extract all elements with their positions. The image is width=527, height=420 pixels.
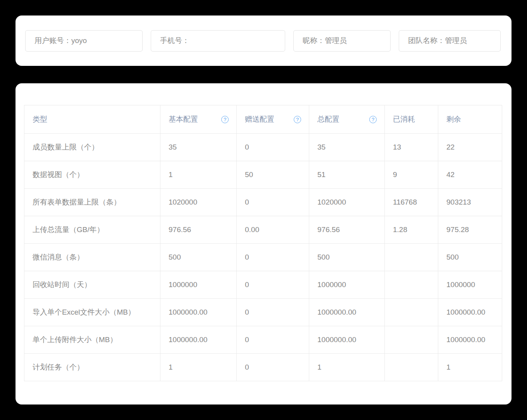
cell-consumed — [385, 299, 438, 326]
cell-type: 所有表单数据量上限（条） — [24, 189, 160, 216]
cell-type: 计划任务（个） — [24, 354, 160, 381]
cell-remaining: 1 — [438, 354, 502, 381]
user-account-label: 用户账号： — [34, 36, 71, 46]
user-account-field[interactable]: 用户账号：yoyo — [25, 30, 143, 52]
table-row: 上传总流量（GB/年） 976.56 0.00 976.56 1.28 975.… — [24, 216, 502, 244]
cell-total: 35 — [309, 134, 385, 161]
column-header-label: 总配置 — [317, 114, 339, 124]
cell-total: 1020000 — [309, 189, 385, 216]
cell-basic: 35 — [160, 134, 237, 161]
cell-consumed: 9 — [385, 161, 438, 189]
column-header-gift-config: 赠送配置 ? — [237, 105, 309, 134]
profile-card: 用户账号：yoyo 手机号： 昵称：管理员 团队名称：管理员 — [16, 15, 512, 66]
column-header-label: 赠送配置 — [245, 114, 274, 124]
cell-gift: 0.00 — [237, 216, 309, 244]
column-header-type: 类型 — [24, 105, 160, 134]
column-header-total-config: 总配置 ? — [309, 105, 385, 134]
cell-consumed — [385, 354, 438, 381]
cell-total: 976.56 — [309, 216, 385, 244]
column-header-basic-config: 基本配置 ? — [160, 105, 237, 134]
cell-type: 单个上传附件大小（MB） — [24, 326, 160, 354]
column-header-remaining: 剩余 — [438, 105, 502, 134]
cell-basic: 1000000 — [160, 271, 237, 299]
cell-total: 500 — [309, 244, 385, 271]
cell-type: 数据视图（个） — [24, 161, 160, 189]
cell-basic: 1020000 — [160, 189, 237, 216]
nickname-label: 昵称： — [303, 36, 325, 46]
team-name-value: 管理员 — [445, 36, 467, 46]
cell-basic: 1000000.00 — [160, 299, 237, 326]
table-row: 单个上传附件大小（MB） 1000000.00 0 1000000.00 100… — [24, 326, 502, 354]
cell-remaining: 22 — [438, 134, 502, 161]
cell-consumed — [385, 271, 438, 299]
cell-remaining: 1000000.00 — [438, 299, 502, 326]
team-name-label: 团队名称： — [408, 36, 445, 46]
cell-basic: 976.56 — [160, 216, 237, 244]
cell-basic: 1 — [160, 161, 237, 189]
cell-gift: 0 — [237, 244, 309, 271]
column-header-label: 类型 — [33, 115, 47, 123]
cell-type: 导入单个Excel文件大小（MB） — [24, 299, 160, 326]
cell-consumed: 13 — [385, 134, 438, 161]
cell-remaining: 1000000.00 — [438, 326, 502, 354]
cell-remaining: 903213 — [438, 189, 502, 216]
table-header-row: 类型 基本配置 ? 赠送配置 ? 总配置 — [24, 105, 502, 134]
cell-consumed — [385, 244, 438, 271]
cell-remaining: 1000000 — [438, 271, 502, 299]
user-account-value: yoyo — [71, 36, 87, 45]
table-row: 成员数量上限（个） 35 0 35 13 22 — [24, 134, 502, 161]
quota-table: 类型 基本配置 ? 赠送配置 ? 总配置 — [24, 105, 502, 381]
quota-table-card: 类型 基本配置 ? 赠送配置 ? 总配置 — [16, 83, 512, 405]
cell-remaining: 500 — [438, 244, 502, 271]
table-row: 计划任务（个） 1 0 1 1 — [24, 354, 502, 381]
cell-gift: 0 — [237, 189, 309, 216]
help-icon[interactable]: ? — [369, 116, 377, 123]
cell-type: 成员数量上限（个） — [24, 134, 160, 161]
cell-type: 微信消息（条） — [24, 244, 160, 271]
cell-type: 回收站时间（天） — [24, 271, 160, 299]
help-icon[interactable]: ? — [294, 116, 301, 123]
column-header-label: 已消耗 — [393, 115, 415, 123]
column-header-consumed: 已消耗 — [385, 105, 438, 134]
cell-total: 51 — [309, 161, 385, 189]
phone-field[interactable]: 手机号： — [151, 30, 285, 52]
table-row: 导入单个Excel文件大小（MB） 1000000.00 0 1000000.0… — [24, 299, 502, 326]
column-header-label: 剩余 — [446, 115, 461, 123]
column-header-label: 基本配置 — [169, 114, 198, 124]
phone-label: 手机号： — [160, 36, 189, 46]
cell-basic: 500 — [160, 244, 237, 271]
cell-consumed: 116768 — [385, 189, 438, 216]
cell-type: 上传总流量（GB/年） — [24, 216, 160, 244]
cell-gift: 0 — [237, 271, 309, 299]
cell-basic: 1 — [160, 354, 237, 381]
cell-remaining: 975.28 — [438, 216, 502, 244]
team-name-field[interactable]: 团队名称：管理员 — [399, 30, 501, 52]
cell-gift: 0 — [237, 299, 309, 326]
cell-consumed — [385, 326, 438, 354]
table-row: 微信消息（条） 500 0 500 500 — [24, 244, 502, 271]
table-row: 数据视图（个） 1 50 51 9 42 — [24, 161, 502, 189]
cell-remaining: 42 — [438, 161, 502, 189]
cell-total: 1 — [309, 354, 385, 381]
table-row: 回收站时间（天） 1000000 0 1000000 1000000 — [24, 271, 502, 299]
nickname-value: 管理员 — [325, 36, 347, 46]
nickname-field[interactable]: 昵称：管理员 — [293, 30, 391, 52]
cell-gift: 0 — [237, 326, 309, 354]
table-row: 所有表单数据量上限（条） 1020000 0 1020000 116768 90… — [24, 189, 502, 216]
cell-total: 1000000.00 — [309, 326, 385, 354]
cell-total: 1000000 — [309, 271, 385, 299]
cell-basic: 1000000.00 — [160, 326, 237, 354]
help-icon[interactable]: ? — [221, 116, 229, 123]
cell-total: 1000000.00 — [309, 299, 385, 326]
cell-gift: 0 — [237, 354, 309, 381]
cell-gift: 0 — [237, 134, 309, 161]
cell-gift: 50 — [237, 161, 309, 189]
cell-consumed: 1.28 — [385, 216, 438, 244]
